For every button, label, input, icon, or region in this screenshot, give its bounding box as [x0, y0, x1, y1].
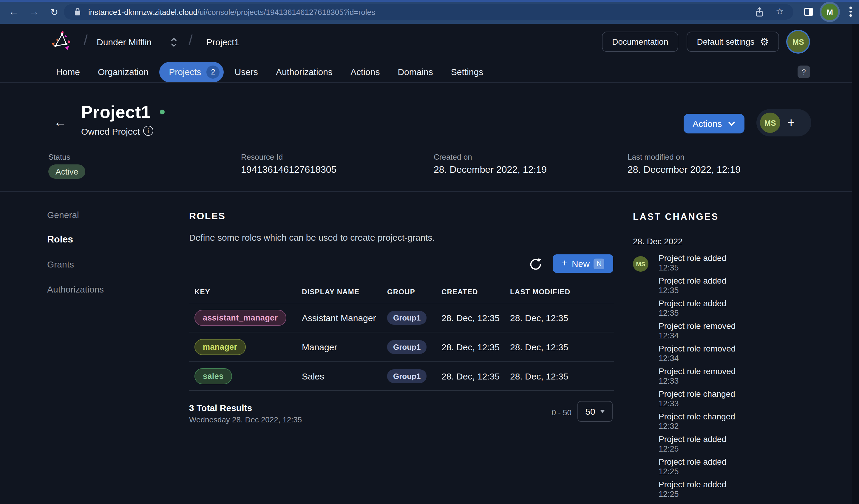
change-time: 12:25 [659, 467, 736, 477]
role-display-name-cell: Assistant Manager [302, 313, 387, 322]
member-avatar[interactable]: MS [760, 113, 780, 133]
info-icon[interactable]: i [143, 126, 153, 136]
role-modified-cell: 28. Dec, 12:35 [510, 371, 614, 381]
change-item: Project role changed12:33 [659, 389, 736, 409]
roles-description: Define some roles which can be used to c… [189, 232, 435, 242]
tab-domains[interactable]: Domains [390, 63, 440, 81]
browser-menu-icon[interactable] [849, 6, 852, 16]
changes-list: Project role added12:35Project role adde… [659, 253, 736, 502]
group-badge: Group1 [387, 311, 426, 325]
url-domain: instance1-dkmnzw.zitadel.cloud [88, 7, 197, 16]
pagination-range: 0 - 50 [542, 408, 571, 417]
browser-reload-icon[interactable]: ↻ [46, 5, 62, 19]
documentation-label: Documentation [612, 37, 668, 46]
browser-profile-avatar[interactable]: M [822, 3, 838, 20]
change-time: 12:35 [659, 309, 736, 318]
status-label: Status [48, 153, 85, 161]
change-item: Project role added12:25 [659, 434, 736, 454]
resource-id-label: Resource Id [241, 153, 336, 161]
actions-label: Actions [693, 119, 722, 129]
tab-actions[interactable]: Actions [343, 63, 387, 81]
change-title: Project role removed [659, 366, 736, 377]
default-settings-button[interactable]: Default settings ⚙ [687, 32, 779, 52]
change-item: Project role added12:25 [659, 456, 736, 477]
table-row[interactable]: assistant_managerAssistant ManagerGroup1… [189, 303, 614, 332]
refresh-icon[interactable] [528, 257, 543, 271]
change-title: Project role changed [659, 389, 736, 399]
side-panel-icon[interactable] [804, 8, 813, 16]
roles-section-title: ROLES [189, 211, 226, 222]
main-nav: HomeOrganizationProjects2UsersAuthorizat… [49, 61, 490, 82]
tab-projects[interactable]: Projects2 [159, 62, 224, 82]
role-key-cell: assistant_manager [189, 310, 302, 326]
actions-button[interactable]: Actions [684, 114, 744, 133]
tab-users[interactable]: Users [228, 63, 265, 81]
changes-date: 28. Dec 2022 [633, 237, 683, 246]
caret-down-icon [600, 410, 605, 413]
help-button[interactable]: ? [798, 65, 810, 78]
plus-icon: + [562, 257, 568, 269]
column-header-last-modified: LAST MODIFIED [510, 287, 614, 296]
role-key-badge: assistant_manager [194, 310, 286, 326]
tab-settings[interactable]: Settings [444, 63, 490, 81]
breadcrumb-project[interactable]: Project1 [207, 37, 239, 47]
role-created-cell: 28. Dec, 12:35 [441, 371, 510, 381]
documentation-button[interactable]: Documentation [602, 32, 678, 52]
page-size-select[interactable]: 50 [577, 401, 613, 422]
project-active-dot [160, 110, 165, 114]
zitadel-logo[interactable] [51, 30, 72, 51]
lock-icon [73, 7, 82, 17]
add-member-icon[interactable]: + [787, 115, 795, 130]
new-role-button[interactable]: + New N [553, 254, 613, 273]
change-time: 12:33 [659, 399, 736, 409]
gear-icon: ⚙ [760, 37, 769, 47]
sidebar-item-authorizations[interactable]: Authorizations [47, 284, 104, 294]
user-avatar[interactable]: MS [787, 31, 809, 52]
tab-label: Home [56, 67, 80, 77]
browser-back-icon[interactable]: ← [6, 5, 21, 19]
share-icon[interactable] [754, 6, 765, 20]
tab-label: Users [235, 67, 258, 77]
default-settings-label: Default settings [697, 37, 755, 46]
address-bar[interactable]: instance1-dkmnzw.zitadel.cloud/ui/consol… [64, 4, 794, 20]
breadcrumb-org[interactable]: Dunder Mifflin [97, 37, 152, 47]
section-divider [0, 191, 859, 192]
column-header-display-name: DISPLAY NAME [302, 287, 387, 296]
new-role-label: New [572, 258, 590, 269]
group-badge: Group1 [387, 340, 426, 353]
tab-label: Authorizations [276, 67, 333, 77]
status-badge: Active [48, 164, 85, 179]
change-time: 12:25 [659, 444, 736, 454]
role-group-cell: Group1 [387, 340, 441, 353]
change-title: Project role added [659, 434, 736, 444]
screen: ← → ↻ instance1-dkmnzw.zitadel.cloud/ui/… [0, 0, 859, 504]
change-item: Project role added12:35 [659, 253, 736, 273]
tab-badge: 2 [207, 65, 220, 78]
tab-label: Projects [169, 67, 201, 77]
role-group-cell: Group1 [387, 311, 441, 325]
tab-label: Organization [98, 67, 149, 77]
sidebar-item-roles[interactable]: Roles [47, 234, 73, 245]
created-on-label: Created on [434, 153, 547, 161]
sidebar-item-general[interactable]: General [47, 210, 79, 220]
bookmark-star-icon[interactable]: ☆ [776, 6, 784, 17]
back-button[interactable]: ← [54, 114, 67, 130]
column-header-key: KEY [189, 287, 302, 296]
change-time: 12:35 [659, 263, 736, 273]
change-item: Project role removed12:33 [659, 366, 736, 386]
browser-forward-icon[interactable]: → [26, 5, 42, 19]
scrollbar[interactable] [852, 24, 859, 504]
role-key-badge: sales [194, 368, 232, 384]
tab-authorizations[interactable]: Authorizations [269, 63, 340, 81]
org-switcher-icon[interactable] [170, 37, 177, 50]
change-time: 12:33 [659, 377, 736, 386]
table-row[interactable]: salesSalesGroup128. Dec, 12:3528. Dec, 1… [189, 362, 614, 391]
page-title: Project1 [81, 103, 151, 122]
chevron-down-icon [728, 121, 736, 126]
tab-home[interactable]: Home [49, 63, 87, 81]
sidebar-item-grants[interactable]: Grants [47, 259, 74, 269]
change-title: Project role removed [659, 320, 736, 331]
table-row[interactable]: managerManagerGroup128. Dec, 12:3528. De… [189, 332, 614, 362]
project-members-pill[interactable]: MS + [756, 109, 811, 137]
tab-organization[interactable]: Organization [91, 63, 156, 81]
